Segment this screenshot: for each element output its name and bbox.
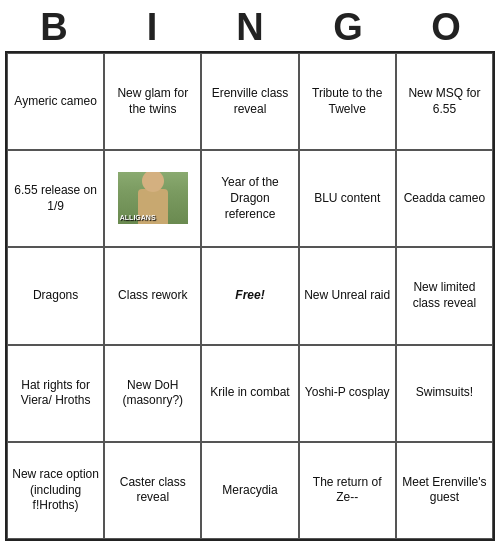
bingo-cell-r4c0[interactable]: New race option (including f!Hroths) (7, 442, 104, 539)
cell-text-r4c2: Meracydia (222, 483, 277, 499)
bingo-grid: Aymeric cameoNew glam for the twinsErenv… (5, 51, 495, 541)
cell-text-r3c3: Yoshi-P cosplay (305, 385, 390, 401)
cell-text-r1c4: Ceadda cameo (404, 191, 485, 207)
bingo-cell-r2c0[interactable]: Dragons (7, 247, 104, 344)
cell-text-r1c2: Year of the Dragon reference (206, 175, 293, 222)
bingo-cell-r1c1[interactable]: ALLIGANS (104, 150, 201, 247)
bingo-cell-r3c0[interactable]: Hat rights for Viera/ Hroths (7, 345, 104, 442)
bingo-cell-r4c1[interactable]: Caster class reveal (104, 442, 201, 539)
title-b: B (19, 6, 89, 49)
bingo-cell-r2c4[interactable]: New limited class reveal (396, 247, 493, 344)
cell-text-r3c4: Swimsuits! (416, 385, 473, 401)
bingo-cell-r0c2[interactable]: Erenville class reveal (201, 53, 298, 150)
bingo-cell-r3c4[interactable]: Swimsuits! (396, 345, 493, 442)
cell-text-r3c0: Hat rights for Viera/ Hroths (12, 378, 99, 409)
bingo-cell-r1c2[interactable]: Year of the Dragon reference (201, 150, 298, 247)
bingo-cell-r4c2[interactable]: Meracydia (201, 442, 298, 539)
cell-text-r4c4: Meet Erenville's guest (401, 475, 488, 506)
bingo-cell-r4c3[interactable]: The return of Ze-- (299, 442, 396, 539)
title-o: O (411, 6, 481, 49)
cell-text-r0c3: Tribute to the Twelve (304, 86, 391, 117)
bingo-cell-r2c1[interactable]: Class rework (104, 247, 201, 344)
bingo-cell-r2c3[interactable]: New Unreal raid (299, 247, 396, 344)
title-i: I (117, 6, 187, 49)
bingo-cell-r0c4[interactable]: New MSQ for 6.55 (396, 53, 493, 150)
cell-text-r3c2: Krile in combat (210, 385, 289, 401)
bingo-cell-r3c3[interactable]: Yoshi-P cosplay (299, 345, 396, 442)
cell-text-r4c3: The return of Ze-- (304, 475, 391, 506)
bingo-cell-r0c0[interactable]: Aymeric cameo (7, 53, 104, 150)
cell-text-r4c0: New race option (including f!Hroths) (12, 467, 99, 514)
cell-text-r3c1: New DoH (masonry?) (109, 378, 196, 409)
cell-text-r0c4: New MSQ for 6.55 (401, 86, 488, 117)
cell-text-r4c1: Caster class reveal (109, 475, 196, 506)
cell-text-r2c4: New limited class reveal (401, 280, 488, 311)
bingo-cell-r0c3[interactable]: Tribute to the Twelve (299, 53, 396, 150)
bingo-cell-r3c1[interactable]: New DoH (masonry?) (104, 345, 201, 442)
bingo-cell-r1c0[interactable]: 6.55 release on 1/9 (7, 150, 104, 247)
cell-text-r0c0: Aymeric cameo (14, 94, 96, 110)
bingo-cell-r4c4[interactable]: Meet Erenville's guest (396, 442, 493, 539)
title-n: N (215, 6, 285, 49)
bingo-cell-r2c2[interactable]: Free! (201, 247, 298, 344)
cell-text-r2c2: Free! (235, 288, 264, 304)
meme-image: ALLIGANS (118, 172, 188, 224)
cell-text-r2c1: Class rework (118, 288, 187, 304)
cell-text-r1c3: BLU content (314, 191, 380, 207)
cell-text-r1c0: 6.55 release on 1/9 (12, 183, 99, 214)
bingo-cell-r1c4[interactable]: Ceadda cameo (396, 150, 493, 247)
cell-text-r2c3: New Unreal raid (304, 288, 390, 304)
bingo-cell-r0c1[interactable]: New glam for the twins (104, 53, 201, 150)
cell-text-r0c2: Erenville class reveal (206, 86, 293, 117)
bingo-title: B I N G O (5, 0, 495, 51)
title-g: G (313, 6, 383, 49)
bingo-cell-r1c3[interactable]: BLU content (299, 150, 396, 247)
cell-text-r0c1: New glam for the twins (109, 86, 196, 117)
cell-text-r2c0: Dragons (33, 288, 78, 304)
bingo-cell-r3c2[interactable]: Krile in combat (201, 345, 298, 442)
